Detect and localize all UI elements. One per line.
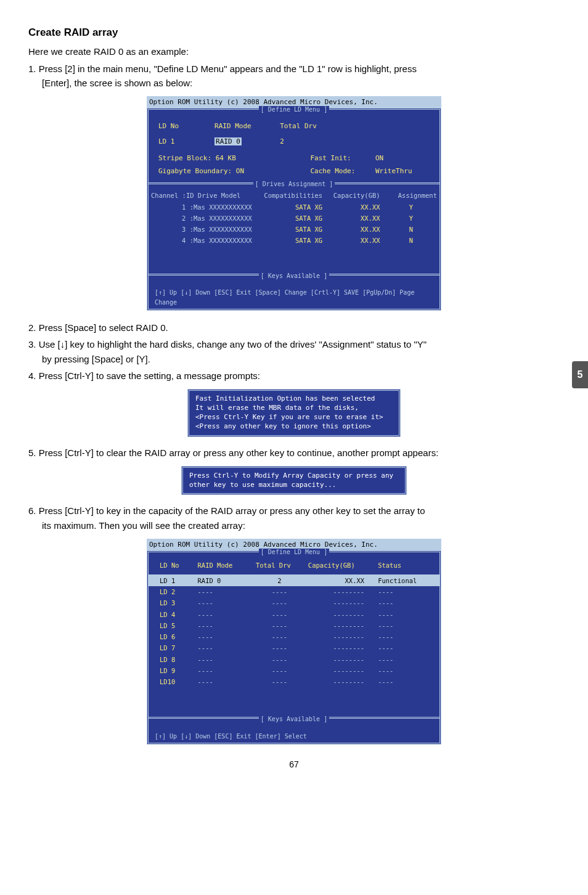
bios1-cache-v: WriteThru [375,166,430,176]
bios2-row[interactable]: LD 6-------------------- [149,631,439,642]
bios1-d3-asg[interactable]: N [383,235,439,246]
step-1-line1: 1. Press [2] in the main menu, "Define L… [28,63,417,74]
dialog-2: Press Ctrl-Y to Modify Array Capacity or… [181,466,407,496]
bios2-th-drv: Total Drv [253,560,306,571]
bios1-d0-cap: XX.XX [325,202,382,213]
bios1-th-comp: Compatibilities [264,192,322,199]
bios1-ldno: LD 1 [158,136,214,147]
step-3-line1: 3. Use [↓] key to highlight the hard dis… [28,339,427,349]
bios1-hdr-drv: Total Drv [280,121,336,131]
step-3-line2: by pressing [Space] or [Y]. [28,352,560,366]
bios1-d2-ch: 3 :Mas XXXXXXXXXXX [149,224,261,235]
bios2-table: LD No RAID Mode Total Drv Capacity(GB) S… [149,560,439,688]
bios1-d1-comp: SATA XG [261,213,325,224]
bios2-keys: [↑] Up [↓] Down [ESC] Exit [Enter] Selec… [149,730,439,743]
bios2-row[interactable]: LD 9-------------------- [149,665,439,676]
bios2-r0-no: LD 1 [149,574,195,586]
bios2-r0-stat: Functional [375,574,439,586]
bios2-row[interactable]: LD 4-------------------- [149,609,439,620]
step-2: 2. Press [Space] to select RAID 0. [28,321,560,335]
bios1-d1-cap: XX.XX [325,213,382,224]
bios1-totaldrv: 2 [280,136,336,147]
bios1-d0-comp: SATA XG [261,202,325,213]
bios2-r0-drv: 2 [253,574,306,586]
dlg1-l2: It will erase the MBR data of the disks, [195,404,393,413]
bios1-d0-asg[interactable]: Y [383,202,439,213]
bios2-th-ldno: LD No [149,560,195,571]
bios2-r0-mode: RAID 0 [195,574,253,586]
bios1-th-asg: Assignment [398,192,437,199]
step-1-line2: [Enter], the scree is shown as below: [28,76,560,90]
bios2-row[interactable]: LD 2-------------------- [149,586,439,597]
bios1-d1-ch: 2 :Mas XXXXXXXXXXX [149,213,261,224]
bios2-row[interactable]: LD 7-------------------- [149,642,439,653]
dlg2-l2: other key to use maximum capacity... [189,481,399,490]
bios1-d1-asg[interactable]: Y [383,213,439,224]
step-5: 5. Press [Ctrl-Y] to clear the RAID arra… [28,446,560,460]
bios1-d2-comp: SATA XG [261,224,325,235]
bios2-th-stat: Status [375,560,439,571]
bios1-d0-ch: 1 :Mas XXXXXXXXXXX [149,202,261,213]
bios1-drives-label: [ Drives Assignment ] [253,181,335,187]
bios2-top-label: [ Define LD Menu ] [259,549,329,555]
bios1-drives-table: Channel :ID Drive Model Compatibilities … [149,190,439,246]
dlg1-l3: <Press Ctrl-Y Key if you are sure to era… [195,413,393,422]
dlg2-l1: Press Ctrl-Y to Modify Array Capacity or… [189,472,399,481]
bios1-d3-comp: SATA XG [261,235,325,246]
bios1-th-cap: Capacity(GB) [333,192,380,199]
bios2-row[interactable]: LD 3-------------------- [149,597,439,608]
page-number: 67 [28,758,560,772]
bios1-raidmode-selected[interactable]: RAID 0 [214,137,242,145]
dialog-1: Fast Initialization Option has been sele… [187,389,401,436]
bios2-keys-label: [ Keys Available ] [259,716,329,722]
step-6: 6. Press [Ctrl-Y] to key in the capacity… [28,504,560,533]
bios1-d3-cap: XX.XX [325,235,382,246]
bios-screenshot-1: Option ROM Utility (c) 2008 Advanced Mic… [147,96,441,311]
bios1-fastinit-k: Fast Init: [310,154,351,162]
step-1: 1. Press [2] in the main menu, "Define L… [28,62,560,91]
bios1-cache-k: Cache Mode: [310,167,355,175]
step-6-line2: its maximum. Then you will see the creat… [28,518,560,533]
bios2-row[interactable]: LD10-------------------- [149,676,439,687]
bios1-stripe: Stripe Block: 64 KB [158,154,236,162]
bios1-keys-label: [ Keys Available ] [259,272,329,279]
bios1-top-label: [ Define LD Menu ] [259,106,329,113]
intro-text: Here we create RAID 0 as an example: [28,44,560,59]
step-6-line1: 6. Press [Ctrl-Y] to key in the capacity… [28,505,425,516]
bios2-r0-cap: XX.XX [306,574,375,586]
bios1-hdr-ldno: LD No [158,121,214,131]
bios1-d2-asg[interactable]: N [383,224,439,235]
bios2-th-mode: RAID Mode [195,560,253,571]
bios2-row[interactable]: LD 8-------------------- [149,654,439,665]
bios1-th-ch: Channel :ID Drive Model [151,192,240,199]
bios1-keys: [↑] Up [↓] Down [ESC] Exit [Space] Chang… [149,286,439,309]
dlg1-l4: <Press any other key to ignore this opti… [195,422,393,431]
chapter-tab: 5 [572,361,588,388]
heading: Create RAID array [28,25,560,41]
bios2-row[interactable]: LD 5-------------------- [149,620,439,631]
bios1-fastinit-v: ON [375,153,430,163]
dlg1-l1: Fast Initialization Option has been sele… [195,394,393,404]
bios2-row-selected[interactable]: LD 1 RAID 0 2 XX.XX Functional [149,574,439,586]
bios1-hdr-mode: RAID Mode [214,121,280,131]
bios-screenshot-2: Option ROM Utility (c) 2008 Advanced Mic… [147,539,441,745]
bios1-gig: Gigabyte Boundary: ON [158,167,244,175]
step-3: 3. Use [↓] key to highlight the hard dis… [28,337,560,366]
bios1-d3-ch: 4 :Mas XXXXXXXXXXX [149,235,261,246]
bios1-d2-cap: XX.XX [325,224,382,235]
bios2-th-cap: Capacity(GB) [306,560,375,571]
step-4: 4. Press [Ctrl-Y] to save the setting, a… [28,369,560,383]
